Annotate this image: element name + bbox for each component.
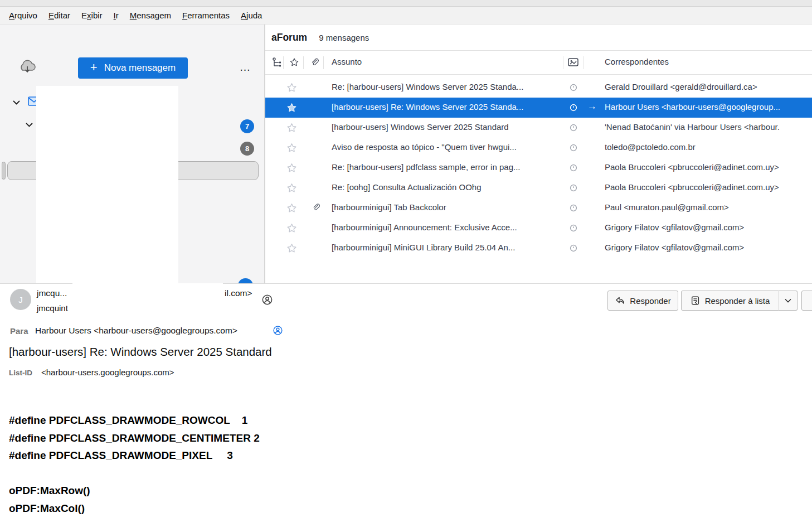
menu-editar[interactable]: Editar	[43, 11, 76, 20]
message-count: 9 mensagens	[319, 33, 369, 42]
message-list-pane: aForum 9 mensagens Assunto	[265, 25, 812, 283]
list-id-value: <harbour-users.googlegroups.com>	[41, 367, 174, 377]
attachment-icon	[311, 202, 321, 214]
thread-column-icon[interactable]	[272, 57, 283, 67]
status-clock-icon	[570, 164, 577, 172]
account-collapse-chevron-icon[interactable]	[12, 98, 21, 107]
column-header-subject[interactable]: Assunto	[332, 57, 362, 66]
status-clock-icon	[570, 204, 577, 212]
message-subject: [harbour-users] Re: Windows Server 2025 …	[332, 102, 557, 112]
cloud-download-icon	[18, 59, 31, 77]
sender-name-prefix: jmcqu...	[37, 288, 67, 298]
message-row[interactable]: Re: [harbour-users] pdfclass sample, err…	[265, 158, 812, 178]
message-correspondent: Gerald Drouillard <gerald@drouillard.ca>	[605, 82, 811, 91]
list-id-label: List-ID	[9, 369, 32, 377]
sender-secondary-line: jmcquint	[37, 303, 68, 313]
status-clock-icon	[570, 84, 577, 91]
message-correspondent: Harbour Users <harbour-users@googlegroup…	[605, 102, 811, 112]
message-row[interactable]: [harbour-users] Windows Server 2025 Stan…	[265, 118, 812, 138]
message-correspondent: Paola Bruccoleri <pbruccoleri@adinet.com…	[605, 162, 811, 172]
new-message-button[interactable]: + Nova mensagem	[78, 57, 188, 79]
plus-icon: +	[90, 61, 98, 74]
menu-arquivo[interactable]: Arquivo	[3, 11, 43, 20]
message-body-pane: #define PDFCLASS_DRAWMODE_ROWCOL 1 #defi…	[0, 387, 812, 532]
attachment-column-icon[interactable]	[309, 57, 320, 69]
reply-icon	[615, 296, 625, 306]
star-icon[interactable]	[286, 162, 298, 174]
column-header-row: Assunto Correspondentes	[265, 51, 812, 75]
message-row[interactable]: [harbourminigui] Announcement: Exclusive…	[265, 218, 812, 238]
menu-ir[interactable]: Ir	[108, 11, 124, 20]
star-icon[interactable]	[286, 82, 298, 94]
column-separator	[303, 56, 304, 69]
reply-to-list-label: Responder à lista	[705, 296, 770, 306]
message-subject: [harbourminigui] Announcement: Exclusive…	[332, 223, 557, 232]
reply-options-dropdown-button[interactable]	[779, 291, 798, 311]
star-column-icon[interactable]	[289, 57, 300, 68]
message-correspondent: 'Nenad Batoćanin' via Harbour Users <har…	[605, 122, 811, 132]
column-separator	[323, 56, 324, 69]
message-row[interactable]: Re: [oohg] Consulta Actualización OOhg P…	[265, 178, 812, 198]
window-titlebar	[0, 0, 812, 7]
status-clock-icon	[570, 224, 577, 232]
folder-pane-options-button[interactable]: …	[234, 58, 256, 76]
star-icon[interactable]	[286, 202, 298, 214]
reply-to-list-button[interactable]: Responder à lista	[681, 291, 779, 311]
message-correspondent: toledo@pctoledo.com.br	[605, 142, 811, 152]
column-separator	[563, 56, 563, 69]
message-row[interactable]: [harbourminigui] Tab Backcolor Paul <mur…	[265, 198, 812, 218]
unread-count-badge: 7	[240, 119, 254, 133]
menu-mensagem[interactable]: Mensagem	[124, 11, 177, 20]
folder-pane: + Nova mensagem … 7 8 15 R	[0, 25, 264, 283]
message-subject: Re: [harbour-users] Windows Server 2025 …	[332, 82, 557, 91]
reply-button[interactable]: Responder	[607, 291, 678, 311]
folder-pane-scrollbar[interactable]	[2, 162, 6, 180]
ellipsis-icon: …	[240, 61, 251, 73]
menu-ajuda[interactable]: Ajuda	[235, 11, 268, 20]
message-correspondent: Grigory Filatov <gfilatov@gmail.com>	[605, 243, 811, 252]
menu-bar: Arquivo Editar Exibir Ir Mensagem Ferram…	[0, 7, 812, 25]
message-correspondent: Grigory Filatov <gfilatov@gmail.com>	[605, 223, 811, 232]
message-header-pane: J jmcqu... il.com> jmcquint Responder	[0, 283, 812, 387]
menu-exibir[interactable]: Exibir	[76, 11, 108, 20]
to-label: Para	[10, 326, 28, 336]
message-subject-heading: [harbour-users] Re: Windows Server 2025 …	[9, 345, 272, 359]
forward-button[interactable]	[801, 291, 812, 311]
column-header-correspondents[interactable]: Correspondentes	[605, 57, 669, 66]
unread-count-badge-gray: 8	[240, 142, 254, 156]
message-subject: [harbour-users] Windows Server 2025 Stan…	[332, 122, 557, 132]
message-row-selected[interactable]: [harbour-users] Re: Windows Server 2025 …	[265, 98, 812, 118]
sender-avatar: J	[10, 289, 31, 310]
message-row[interactable]: Aviso de resposta ao tópico - "Quem tive…	[265, 138, 812, 158]
message-subject: Re: [oohg] Consulta Actualización OOhg	[332, 182, 557, 192]
star-icon[interactable]	[286, 122, 298, 134]
star-icon[interactable]	[286, 182, 298, 194]
folder-collapse-chevron-icon[interactable]	[25, 120, 34, 129]
get-messages-button[interactable]	[14, 58, 35, 78]
message-correspondent: Paul <muraton.paul@gmail.com>	[605, 202, 811, 212]
star-icon[interactable]	[286, 243, 298, 254]
status-clock-icon	[570, 124, 577, 132]
star-icon[interactable]	[286, 223, 298, 234]
to-value: Harbour Users <harbour-users@googlegroup…	[35, 326, 237, 336]
star-icon[interactable]	[286, 102, 298, 114]
status-clock-icon	[570, 244, 577, 252]
chevron-down-icon	[783, 296, 793, 306]
message-list-header: aForum 9 mensagens	[265, 25, 812, 51]
reply-label: Responder	[630, 296, 670, 306]
message-body-text: #define PDFCLASS_DRAWMODE_ROWCOL 1 #defi…	[9, 412, 260, 517]
menu-ferramentas[interactable]: Ferramentas	[177, 11, 235, 20]
sender-contact-icon[interactable]	[261, 294, 273, 306]
status-clock-icon	[570, 104, 577, 112]
redaction-overlay	[72, 283, 223, 318]
message-row[interactable]: [harbourminigui] MiniGUI Library Build 2…	[265, 238, 812, 258]
message-row[interactable]: Re: [harbour-users] Windows Server 2025 …	[265, 78, 812, 98]
recipient-contact-icon[interactable]	[273, 325, 283, 336]
message-subject: [harbourminigui] Tab Backcolor	[332, 202, 557, 212]
new-message-label: Nova mensagem	[104, 62, 176, 74]
status-column-icon[interactable]	[567, 57, 579, 67]
status-clock-icon	[570, 144, 577, 152]
star-icon[interactable]	[286, 142, 298, 154]
message-subject: [harbourminigui] MiniGUI Library Build 2…	[332, 243, 557, 252]
sender-email-suffix: il.com>	[225, 288, 252, 298]
